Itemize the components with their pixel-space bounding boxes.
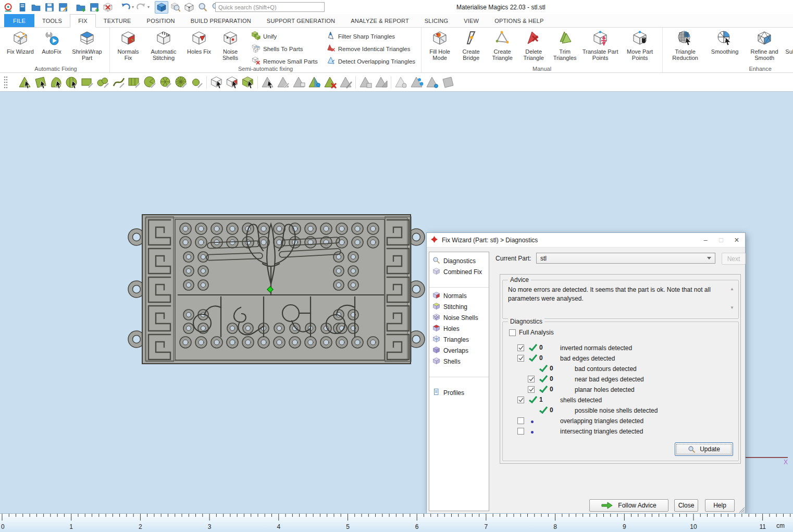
checkbox-icon[interactable] [517, 428, 524, 435]
dialog-title-bar[interactable]: Fix Wizard (Part: stl) > Diagnostics – □… [427, 233, 745, 248]
tab-tools[interactable]: TOOLS [34, 14, 70, 27]
sidebar-item-shells[interactable]: Shells [429, 356, 489, 367]
sidebar-item-noise-shells[interactable]: Noise Shells [429, 312, 489, 323]
ribbon-button-triangle-reduction[interactable]: Triangle Reduction [665, 29, 705, 63]
ribbon-button-shells-to-parts[interactable]: Shells To Parts [252, 44, 318, 54]
checkbox-icon[interactable] [509, 329, 516, 336]
rectangle-selection-icon[interactable] [80, 75, 94, 89]
zoom-to-selection-icon[interactable] [169, 2, 182, 13]
sidebar-item-overlaps[interactable]: Overlaps [429, 345, 489, 356]
tab-build-preparation[interactable]: BUILD PREPARATION [183, 14, 259, 27]
save-project-as-icon[interactable] [57, 2, 69, 13]
invert-selection-icon[interactable] [292, 75, 306, 89]
free-curve-selection-icon[interactable] [111, 75, 126, 89]
paint-triangle-icon[interactable] [410, 75, 424, 89]
checkbox-icon[interactable] [517, 344, 524, 351]
sidebar-item-profiles[interactable]: Profiles [429, 387, 489, 398]
tab-texture[interactable]: TEXTURE [96, 14, 139, 27]
ribbon-button-automatic-stitching[interactable]: Automatic Stitching [144, 29, 183, 63]
sidebar-item-combined-fix[interactable]: Combined Fix [429, 266, 489, 277]
window-selection-icon[interactable] [127, 75, 141, 89]
spot-selection-icon[interactable] [190, 75, 204, 89]
open-project-icon[interactable] [30, 2, 42, 13]
sidebar-item-stitching[interactable]: Stitching [429, 301, 489, 312]
close-button[interactable]: Close [674, 499, 698, 512]
ribbon-button-autofix[interactable]: AutoFix [36, 29, 67, 56]
save-part-as-icon[interactable] [88, 2, 101, 13]
follow-advice-button[interactable]: Follow Advice [589, 499, 668, 512]
zoom-in-icon[interactable] [196, 2, 209, 13]
ribbon-button-remove-small-parts[interactable]: Remove Small Parts [252, 56, 318, 66]
show-marked-icon[interactable] [358, 75, 373, 89]
select-marked-part-icon[interactable] [225, 75, 239, 89]
ribbon-button-noise-shells[interactable]: Noise Shells [215, 29, 246, 63]
ribbon-button-trim-triangles[interactable]: Trim Triangles [549, 29, 580, 63]
tab-file[interactable]: FILE [4, 14, 34, 27]
ribbon-button-unify[interactable]: Unify [252, 31, 318, 41]
mark-shell-icon[interactable] [65, 75, 79, 89]
mark-triangle-icon[interactable] [18, 75, 32, 89]
sidebar-item-diagnostics[interactable]: Diagnostics [429, 255, 489, 266]
fold-marked-icon[interactable] [374, 75, 388, 89]
ribbon-button-move-part-points[interactable]: Move Part Points [620, 29, 660, 63]
full-analysis-checkbox[interactable]: Full Analysis [509, 329, 554, 336]
undo-icon[interactable] [119, 2, 132, 13]
tab-options-help[interactable]: OPTIONS & HELP [487, 14, 552, 27]
ribbon-button-refine-and-smooth[interactable]: Refine and Smooth [745, 29, 784, 63]
viewport-3d[interactable]: ZX Fix Wizard (Part: stl) > Diagnostics … [0, 92, 793, 513]
quick-search-input[interactable] [215, 2, 325, 12]
ribbon-button-translate-part-points[interactable]: Translate Part Points [580, 29, 620, 63]
sidebar-item-normals[interactable]: Normals [429, 290, 489, 301]
tab-support-generation[interactable]: SUPPORT GENERATION [259, 14, 343, 27]
mark-surface-icon[interactable] [49, 75, 63, 89]
new-document-icon[interactable] [16, 2, 29, 13]
checkbox-icon[interactable] [528, 386, 535, 393]
checkbox-icon[interactable] [528, 376, 535, 382]
shrink-selection-icon[interactable] [276, 75, 290, 89]
ribbon-button-holes-fix[interactable]: Holes Fix [183, 29, 215, 56]
toolbar-grip-icon[interactable] [2, 75, 16, 89]
ribbon-button-fix-wizard[interactable]: Fix Wizard [5, 29, 36, 56]
ribbon-button-subdivide-part[interactable]: Subdivide Part [784, 29, 793, 56]
scroll-down-icon[interactable]: ▼ [730, 305, 734, 310]
wheel-selection-icon[interactable] [174, 75, 188, 89]
tab-analyze-report[interactable]: ANALYZE & REPORT [343, 14, 417, 27]
ellipse-selection-icon[interactable] [96, 75, 110, 89]
redo-dropdown-icon[interactable]: ▾ [147, 5, 150, 9]
undo-dropdown-icon[interactable]: ▾ [132, 5, 134, 9]
checkbox-icon[interactable] [517, 417, 524, 424]
ribbon-button-filter-sharp-triangles[interactable]: Filter Sharp Triangles [327, 31, 415, 41]
tab-position[interactable]: POSITION [139, 14, 183, 27]
ribbon-button-remove-identical-triangles[interactable]: Remove Identical Triangles [327, 44, 415, 54]
select-shell-icon[interactable] [241, 75, 255, 89]
ribbon-button-create-bridge[interactable]: Create Bridge [455, 29, 487, 63]
ribbon-button-shrinkwrap-part[interactable]: ShrinkWrap Part [67, 29, 107, 63]
resize-grip[interactable] [738, 506, 745, 513]
redo-icon[interactable] [135, 2, 147, 13]
view-part-icon[interactable] [183, 2, 195, 13]
sidebar-item-triangles[interactable]: Triangles [429, 334, 489, 345]
ribbon-button-smoothing[interactable]: Smoothing [705, 29, 745, 56]
tab-view[interactable]: VIEW [456, 14, 487, 27]
maximize-icon[interactable]: □ [717, 236, 725, 244]
grow-selection-icon[interactable] [261, 75, 275, 89]
current-part-combobox[interactable]: stl [536, 253, 715, 264]
close-icon[interactable]: × [733, 236, 741, 245]
import-part-icon[interactable] [75, 2, 87, 13]
checkbox-icon[interactable] [517, 355, 524, 362]
unload-part-icon[interactable] [102, 2, 114, 13]
checkbox-icon[interactable] [517, 397, 524, 403]
zoom-to-part-icon[interactable] [155, 1, 168, 14]
ghost-triangle-icon[interactable] [394, 75, 408, 89]
unmark-all-icon[interactable] [323, 75, 337, 89]
app-logo-icon[interactable] [3, 2, 15, 13]
update-button[interactable]: Update [675, 442, 733, 456]
tab-slicing[interactable]: SLICING [417, 14, 456, 27]
ribbon-button-fill-hole-mode[interactable]: Fill Hole Mode [424, 29, 455, 63]
ribbon-button-delete-triangle[interactable]: Delete Triangle [518, 29, 549, 63]
sidebar-item-holes[interactable]: Holes [429, 323, 489, 334]
ribbon-button-detect-overlapping-triangles[interactable]: Detect Overlapping Triangles [327, 56, 415, 66]
ribbon-button-normals-fix[interactable]: Normals Fix [113, 29, 144, 63]
pick-triangle-icon[interactable] [425, 75, 439, 89]
tab-fix[interactable]: FIX [70, 14, 96, 28]
